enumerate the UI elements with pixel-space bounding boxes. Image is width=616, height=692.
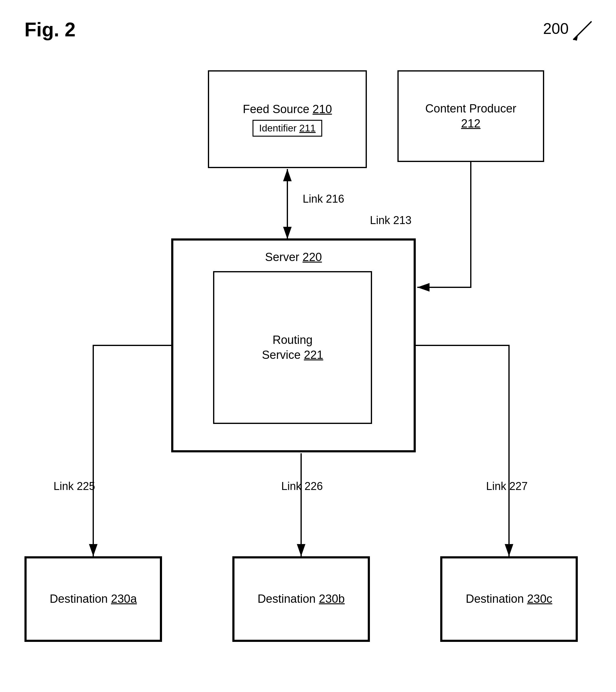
link216-label: Link 216 xyxy=(303,193,344,206)
feed-source-label: Feed Source 210 xyxy=(243,102,332,117)
server-box: Server 220 RoutingService 221 xyxy=(171,238,416,452)
destination-b-label: Destination 230b xyxy=(257,591,344,606)
figure-reference-arrow xyxy=(561,15,598,52)
link225-label: Link 225 xyxy=(54,480,95,493)
link227-label: Link 227 xyxy=(486,480,528,493)
link213-label: Link 213 xyxy=(370,214,411,227)
feed-source-box: Feed Source 210 Identifier 211 xyxy=(208,70,367,168)
content-producer-box: Content Producer212 xyxy=(398,70,544,162)
routing-service-label: RoutingService 221 xyxy=(262,332,323,363)
figure-title: Fig. 2 xyxy=(24,18,76,41)
link226-label: Link 226 xyxy=(281,480,323,493)
identifier-box: Identifier 211 xyxy=(253,120,322,137)
destination-a-box: Destination 230a xyxy=(24,556,162,642)
server-label: Server 220 xyxy=(265,250,322,265)
routing-service-box: RoutingService 221 xyxy=(213,271,372,424)
destination-c-box: Destination 230c xyxy=(440,556,578,642)
svg-line-0 xyxy=(573,21,592,40)
destination-a-label: Destination 230a xyxy=(49,591,137,606)
destination-b-box: Destination 230b xyxy=(232,556,370,642)
destination-c-label: Destination 230c xyxy=(466,591,552,606)
content-producer-label: Content Producer212 xyxy=(425,101,516,131)
